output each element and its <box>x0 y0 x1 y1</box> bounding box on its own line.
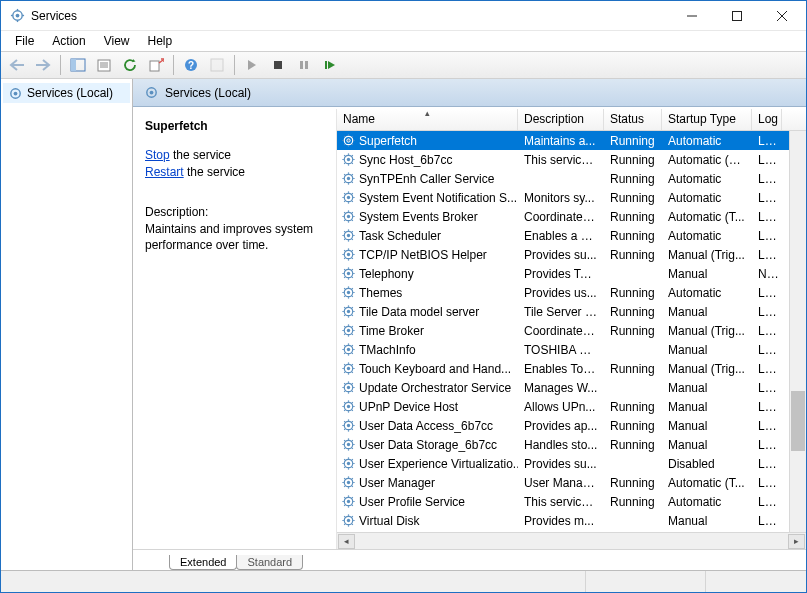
table-row[interactable]: SuperfetchMaintains a...RunningAutomatic… <box>337 131 806 150</box>
svg-line-56 <box>351 182 352 183</box>
description-text: Maintains and improves system performanc… <box>145 221 326 253</box>
gear-icon <box>340 304 356 320</box>
vertical-scrollbar[interactable] <box>789 131 806 532</box>
column-name[interactable]: Name▴ <box>337 109 518 130</box>
service-description: Provides Tel... <box>518 267 604 281</box>
table-row[interactable]: Touch Keyboard and Hand...Enables Tou...… <box>337 359 806 378</box>
svg-line-136 <box>351 334 352 335</box>
table-row[interactable]: TMachInfoTOSHIBA M...ManualLoc <box>337 340 806 359</box>
menu-view[interactable]: View <box>96 33 138 49</box>
svg-line-86 <box>351 239 352 240</box>
svg-line-147 <box>344 353 345 354</box>
forward-button[interactable] <box>31 54 55 76</box>
table-row[interactable]: User Data Storage_6b7ccHandles sto...Run… <box>337 435 806 454</box>
scrollbar-thumb[interactable] <box>791 391 805 451</box>
refresh-button[interactable] <box>118 54 142 76</box>
service-startup-type: Automatic <box>662 229 752 243</box>
service-startup-type: Manual <box>662 305 752 319</box>
svg-point-160 <box>346 386 349 389</box>
table-row[interactable]: Time BrokerCoordinates...RunningManual (… <box>337 321 806 340</box>
column-logon[interactable]: Log <box>752 109 782 130</box>
svg-line-167 <box>344 391 345 392</box>
minimize-button[interactable] <box>669 1 714 30</box>
svg-line-77 <box>344 220 345 221</box>
table-row[interactable]: Virtual DiskProvides m...ManualLoc <box>337 511 806 530</box>
gear-icon <box>340 513 356 529</box>
svg-point-190 <box>346 443 349 446</box>
service-name: User Experience Virtualizatio... <box>359 457 518 471</box>
svg-line-115 <box>344 288 345 289</box>
svg-text:?: ? <box>188 60 194 71</box>
service-description: Coordinates... <box>518 324 604 338</box>
horizontal-scrollbar[interactable]: ◂ ▸ <box>337 532 806 549</box>
service-logon: Loc <box>752 248 782 262</box>
scroll-left-button[interactable]: ◂ <box>338 534 355 549</box>
table-row[interactable]: System Events BrokerCoordinates...Runnin… <box>337 207 806 226</box>
svg-point-80 <box>346 234 349 237</box>
scroll-right-button[interactable]: ▸ <box>788 534 805 549</box>
restart-link[interactable]: Restart <box>145 165 184 179</box>
gear-icon <box>340 285 356 301</box>
gear-icon <box>340 342 356 358</box>
service-description: Enables a us... <box>518 229 604 243</box>
table-row[interactable]: Tile Data model serverTile Server f...Ru… <box>337 302 806 321</box>
svg-point-140 <box>346 348 349 351</box>
svg-line-227 <box>344 505 345 506</box>
show-hide-tree-button[interactable] <box>66 54 90 76</box>
column-status[interactable]: Status <box>604 109 662 130</box>
export-button[interactable] <box>144 54 168 76</box>
back-button[interactable] <box>5 54 29 76</box>
selected-service-name: Superfetch <box>145 119 326 133</box>
table-row[interactable]: User Profile ServiceThis service ...Runn… <box>337 492 806 511</box>
column-description[interactable]: Description <box>518 109 604 130</box>
service-startup-type: Automatic (T... <box>662 476 752 490</box>
gear-icon <box>340 190 356 206</box>
list-body[interactable]: SuperfetchMaintains a...RunningAutomatic… <box>337 131 806 532</box>
table-row[interactable]: UPnP Device HostAllows UPn...RunningManu… <box>337 397 806 416</box>
svg-line-66 <box>351 201 352 202</box>
service-startup-type: Manual <box>662 419 752 433</box>
service-description: User Manag... <box>518 476 604 490</box>
table-row[interactable]: TCP/IP NetBIOS HelperProvides su...Runni… <box>337 245 806 264</box>
properties-button[interactable] <box>92 54 116 76</box>
svg-line-175 <box>344 402 345 403</box>
menu-help[interactable]: Help <box>140 33 181 49</box>
svg-rect-13 <box>71 59 76 71</box>
table-row[interactable]: Update Orchestrator ServiceManages W...M… <box>337 378 806 397</box>
close-button[interactable] <box>759 1 804 30</box>
restart-service-button[interactable] <box>318 54 342 76</box>
service-description: This service ... <box>518 153 604 167</box>
table-row[interactable]: User ManagerUser Manag...RunningAutomati… <box>337 473 806 492</box>
start-service-button[interactable] <box>240 54 264 76</box>
service-logon: Loc <box>752 305 782 319</box>
help-button[interactable]: ? <box>179 54 203 76</box>
table-row[interactable]: System Event Notification S...Monitors s… <box>337 188 806 207</box>
tab-extended[interactable]: Extended <box>169 555 237 570</box>
tab-standard[interactable]: Standard <box>236 555 303 570</box>
table-row[interactable]: User Experience Virtualizatio...Provides… <box>337 454 806 473</box>
table-row[interactable]: Sync Host_6b7ccThis service ...RunningAu… <box>337 150 806 169</box>
maximize-button[interactable] <box>714 1 759 30</box>
svg-point-130 <box>346 329 349 332</box>
stop-service-button[interactable] <box>266 54 290 76</box>
menu-file[interactable]: File <box>7 33 42 49</box>
column-startup-type[interactable]: Startup Type <box>662 109 752 130</box>
menu-action[interactable]: Action <box>44 33 93 49</box>
table-row[interactable]: SynTPEnh Caller ServiceRunningAutomaticL… <box>337 169 806 188</box>
table-row[interactable]: User Data Access_6b7ccProvides ap...Runn… <box>337 416 806 435</box>
svg-rect-22 <box>274 61 282 69</box>
service-name: User Profile Service <box>359 495 465 509</box>
service-status: Running <box>604 248 662 262</box>
service-description: Tile Server f... <box>518 305 604 319</box>
svg-line-155 <box>344 364 345 365</box>
help-topic-button[interactable] <box>205 54 229 76</box>
stop-link[interactable]: Stop <box>145 148 170 162</box>
service-status: Running <box>604 419 662 433</box>
tree-item-services-local[interactable]: Services (Local) <box>3 83 130 103</box>
table-row[interactable]: Task SchedulerEnables a us...RunningAuto… <box>337 226 806 245</box>
pause-service-button[interactable] <box>292 54 316 76</box>
table-row[interactable]: ThemesProvides us...RunningAutomaticLoc <box>337 283 806 302</box>
svg-line-68 <box>351 193 352 194</box>
table-row[interactable]: TelephonyProvides Tel...ManualNet <box>337 264 806 283</box>
service-description: Provides us... <box>518 286 604 300</box>
